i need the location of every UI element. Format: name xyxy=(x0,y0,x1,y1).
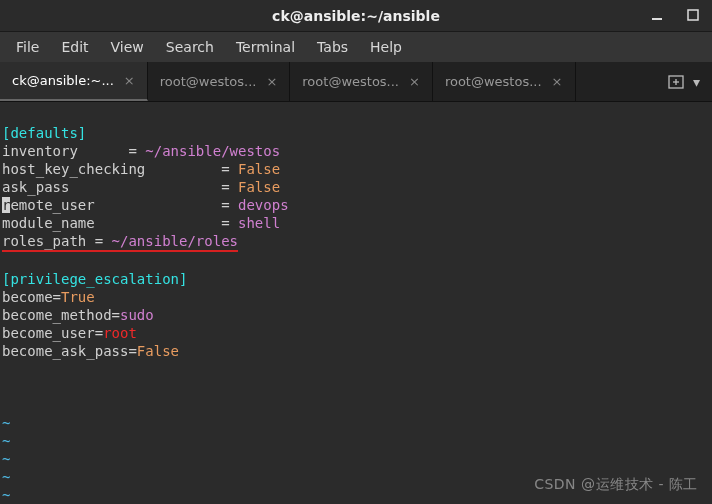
cfg-key: ask_pass = xyxy=(2,179,238,195)
vim-tilde: ~ xyxy=(2,451,10,467)
cfg-value: root xyxy=(103,325,137,341)
cfg-key: become_method= xyxy=(2,307,120,323)
cfg-value: True xyxy=(61,289,95,305)
cfg-value: sudo xyxy=(120,307,154,323)
tab-3[interactable]: root@westos... × xyxy=(290,62,433,101)
tab-2[interactable]: root@westos... × xyxy=(148,62,291,101)
cfg-value: False xyxy=(238,161,280,177)
tab-1[interactable]: ck@ansible:~... × xyxy=(0,62,148,101)
tab-label: root@westos... xyxy=(445,74,542,89)
menu-edit[interactable]: Edit xyxy=(51,35,98,59)
section-header: [privilege_escalation] xyxy=(2,271,187,287)
chevron-down-icon: ▾ xyxy=(693,74,700,90)
window-title: ck@ansible:~/ansible xyxy=(272,8,440,24)
titlebar: ck@ansible:~/ansible xyxy=(0,0,712,32)
tab-label: ck@ansible:~... xyxy=(12,73,114,88)
maximize-button[interactable] xyxy=(682,4,704,26)
cfg-key: become_user= xyxy=(2,325,103,341)
cfg-value: ~/ansible/westos xyxy=(145,143,280,159)
cfg-value: shell xyxy=(238,215,280,231)
watermark: CSDN @运维技术 - 陈工 xyxy=(534,476,698,494)
menu-file[interactable]: File xyxy=(6,35,49,59)
highlighted-line: roles_path = ~/ansible/roles xyxy=(2,232,238,252)
minimize-button[interactable] xyxy=(646,4,668,26)
tab-4[interactable]: root@westos... × xyxy=(433,62,576,101)
cfg-value: devops xyxy=(238,197,289,213)
cfg-key: host_key_checking = xyxy=(2,161,238,177)
cfg-key: module_name = xyxy=(2,215,238,231)
new-tab-icon xyxy=(667,73,685,91)
window-controls xyxy=(646,4,704,26)
vim-tilde: ~ xyxy=(2,469,10,485)
menu-terminal[interactable]: Terminal xyxy=(226,35,305,59)
menubar: File Edit View Search Terminal Tabs Help xyxy=(0,32,712,62)
section-header: [defaults] xyxy=(2,125,86,141)
terminal-content[interactable]: [defaults] inventory = ~/ansible/westos … xyxy=(0,102,712,504)
menu-tabs[interactable]: Tabs xyxy=(307,35,358,59)
close-icon[interactable]: × xyxy=(552,74,563,89)
vim-tilde: ~ xyxy=(2,415,10,431)
vim-tilde: ~ xyxy=(2,433,10,449)
svg-rect-0 xyxy=(652,18,662,20)
menu-search[interactable]: Search xyxy=(156,35,224,59)
cfg-key: roles_path = xyxy=(2,233,112,249)
tab-bar: ck@ansible:~... × root@westos... × root@… xyxy=(0,62,712,102)
svg-rect-1 xyxy=(688,10,698,20)
tab-label: root@westos... xyxy=(302,74,399,89)
menu-help[interactable]: Help xyxy=(360,35,412,59)
tab-label: root@westos... xyxy=(160,74,257,89)
cfg-key: become= xyxy=(2,289,61,305)
cfg-key: inventory = xyxy=(2,143,145,159)
close-icon[interactable]: × xyxy=(266,74,277,89)
vim-tilde: ~ xyxy=(2,487,10,503)
cfg-key: become_ask_pass= xyxy=(2,343,137,359)
close-icon[interactable]: × xyxy=(409,74,420,89)
menu-view[interactable]: View xyxy=(101,35,154,59)
cfg-value: False xyxy=(238,179,280,195)
close-icon[interactable]: × xyxy=(124,73,135,88)
tab-overflow[interactable]: ▾ xyxy=(655,62,712,101)
cfg-value: ~/ansible/roles xyxy=(112,233,238,249)
cfg-key: emote_user = xyxy=(10,197,238,213)
cfg-value: False xyxy=(137,343,179,359)
